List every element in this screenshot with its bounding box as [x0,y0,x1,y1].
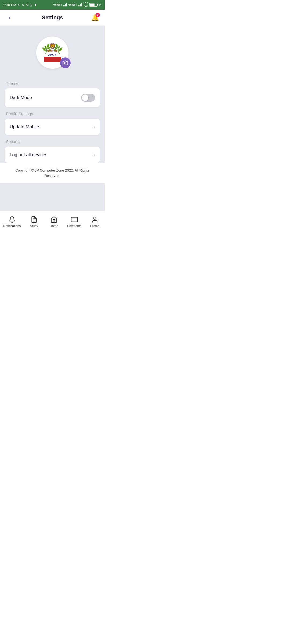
bell-nav-icon [9,216,16,223]
page-title: Settings [42,14,63,21]
logout-all-devices-row[interactable]: Log out all devices › [5,147,100,163]
dark-mode-row[interactable]: Dark Mode [5,88,100,107]
logo-text-jpcz: JPCZ [44,53,61,56]
svg-point-5 [93,217,96,219]
logout-all-devices-label: Log out all devices [10,152,48,158]
footer-copyright: Copyright © JP Computer Zone 2022. All R… [0,163,105,183]
nav-item-home[interactable]: Home [44,214,64,230]
update-mobile-chevron-icon: › [93,124,95,130]
settings-body: Theme Dark Mode Profile Settings Update … [0,81,105,163]
time: 2:30 PM [3,3,16,7]
status-icons: ⊕ ➤ M 🖨 [18,3,33,7]
change-photo-button[interactable] [60,57,71,68]
nav-item-study[interactable]: Study [24,214,44,230]
signal-2 [78,3,82,6]
payments-nav-icon [71,216,78,223]
status-right: VoWiFi VoWiFi 25.2K/S 44 [53,2,102,8]
avatar-section: 🌿 🌿 🦁 सत्यमेव जयते JPCZ JP COMPUTER ZON [0,26,105,77]
theme-section-label: Theme [5,81,100,86]
nav-item-payments[interactable]: Payments [64,214,85,230]
emblem-top-icon: 🦁 [44,43,61,49]
profile-settings-section-label: Profile Settings [5,111,100,116]
signal-1 [63,3,67,6]
logout-chevron-icon: › [93,152,95,158]
update-mobile-row[interactable]: Update Mobile › [5,119,100,135]
toggle-thumb [82,94,88,101]
camera-icon [63,60,68,66]
notification-badge: 0 [96,13,100,17]
svg-rect-3 [71,217,78,222]
logo-text-sub: JP COMPUTER ZON [45,60,60,61]
dark-mode-label: Dark Mode [10,95,32,100]
copyright-text: Copyright © JP Computer Zone 2022. All R… [15,168,89,178]
nav-home-label: Home [50,224,58,228]
avatar-wrap: 🌿 🌿 🦁 सत्यमेव जयते JPCZ JP COMPUTER ZON [36,37,68,69]
security-section-label: Security [5,139,100,144]
status-bar: 2:30 PM ⊕ ➤ M 🖨 VoWiFi VoWiFi 25.2K/S 44 [0,0,105,10]
home-nav-icon [50,216,57,223]
status-left: 2:30 PM ⊕ ➤ M 🖨 [3,3,36,7]
update-mobile-label: Update Mobile [10,124,39,130]
battery-percent: 44 [98,3,102,6]
back-button[interactable]: ‹ [5,13,15,23]
theme-card: Dark Mode [5,88,100,107]
nav-item-notifications[interactable]: Notifications [0,214,24,230]
logo-inner: 🦁 सत्यमेव जयते JPCZ JP COMPUTER ZON [44,43,61,62]
battery [89,3,97,7]
top-header: ‹ Settings 🔔 0 [0,10,105,26]
profile-settings-card: Update Mobile › [5,119,100,135]
notification-bell-button[interactable]: 🔔 0 [90,13,100,23]
dark-mode-toggle[interactable] [81,94,95,102]
nav-profile-label: Profile [90,224,99,228]
bottom-nav: Notifications Study Home Payments Profi [0,211,105,232]
vowifi-1: VoWiFi [53,3,62,6]
dot-indicator [35,4,36,6]
nav-notifications-label: Notifications [3,224,21,228]
profile-nav-icon [91,216,98,223]
nav-payments-label: Payments [67,224,81,228]
emblem-subtitle: सत्यमेव जयते [44,50,61,53]
nav-study-label: Study [30,224,38,228]
speed-indicator: 25.2K/S [83,2,88,8]
battery-fill [90,3,95,6]
main-content: 🌿 🌿 🦁 सत्यमेव जयते JPCZ JP COMPUTER ZON [0,26,105,211]
vowifi-2: VoWiFi [68,3,77,6]
security-card: Log out all devices › [5,147,100,163]
svg-point-0 [64,62,66,64]
study-nav-icon [31,216,38,223]
nav-item-profile[interactable]: Profile [85,214,105,230]
logo-emblem: 🌿 🌿 🦁 सत्यमेव जयते JPCZ JP COMPUTER ZON [42,42,63,63]
